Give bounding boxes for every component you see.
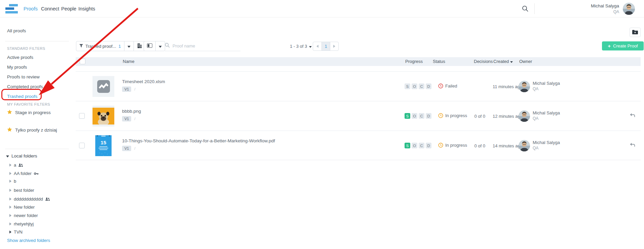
in-progress-clock-icon (438, 113, 443, 118)
proof-name[interactable]: 10-Things-You-Should-Automate-Today-for-… (122, 138, 275, 143)
chevron-down-icon (159, 44, 162, 49)
proof-thumbnail[interactable] (92, 76, 114, 97)
sidebar-item-tylko-proofy[interactable]: Tylko proofy z dzisiaj (7, 127, 57, 133)
next-page-button[interactable] (330, 42, 338, 50)
folder-item-a[interactable]: a (9, 163, 23, 168)
folder-item-tvn[interactable]: TVN (9, 229, 23, 235)
column-header-status[interactable]: Status (433, 59, 445, 64)
chevron-right-icon (9, 205, 11, 210)
column-header-created[interactable]: Created (493, 59, 513, 64)
progress-badge-s: S (405, 113, 410, 119)
add-folder-button[interactable] (630, 28, 641, 37)
folder-label: AA folder (14, 171, 32, 176)
folder-item-b[interactable]: b (9, 179, 16, 184)
filter-chip-group: Trashed proof... 1 (76, 41, 146, 51)
search-icon[interactable] (522, 5, 529, 13)
table-header: Name Progress Status Decisions Created O… (76, 57, 641, 66)
folder-item-newer-folder[interactable]: newer folder (9, 213, 38, 218)
thumbnail-flyer-number: 15 (101, 140, 106, 145)
folder-label: best folder (14, 188, 34, 193)
filter-chip-label: Trashed proof... (85, 44, 116, 49)
owner-role: QA (533, 86, 538, 91)
logo-bar (5, 7, 14, 10)
select-all-checkbox[interactable] (80, 59, 85, 64)
sidebar-item-completed-proofs[interactable]: Completed proofs (7, 84, 43, 89)
pagination-range-label: 1 - 3 of 3 (290, 44, 307, 49)
sidebar-item-my-proofs[interactable]: My proofs (7, 65, 27, 70)
row-checkbox[interactable] (79, 143, 85, 148)
nav-people[interactable]: People (61, 0, 76, 17)
folder-label: New folder (14, 205, 35, 210)
table-row[interactable]: bbbb.png V1 / S O C D In progress 0 of 0… (76, 101, 641, 131)
sidebar-item-proofs-to-review[interactable]: Proofs to review (7, 74, 40, 79)
owner-avatar (519, 81, 530, 92)
owner-name: Michal Salyga (533, 81, 560, 86)
created-cell: 12 minutes ago (493, 114, 523, 119)
create-proof-button[interactable]: + Create Proof (602, 41, 644, 50)
app-logo-icon[interactable] (5, 4, 18, 13)
folder-item-rhetyehjtyj[interactable]: rhetyehjtyj (9, 221, 34, 226)
owner-role: QA (533, 116, 538, 121)
restore-proof-icon[interactable] (630, 143, 636, 149)
proof-name[interactable]: Timesheet 2020.xlsm (122, 79, 165, 84)
column-header-name[interactable]: Name (123, 59, 135, 64)
row-checkbox[interactable] (79, 113, 85, 119)
progress-badge-o: O (412, 143, 417, 148)
filter-dropdown-button[interactable] (124, 41, 134, 51)
chevron-down-icon (309, 44, 312, 49)
nav-proofs[interactable]: Proofs (24, 0, 38, 17)
user-menu[interactable]: Michal Salyga QA (591, 3, 619, 14)
progress-badge-o: O (412, 113, 417, 119)
restore-proof-icon[interactable] (630, 113, 636, 119)
nav-connect[interactable]: Connect (41, 0, 59, 17)
nav-insights[interactable]: Insights (78, 0, 95, 17)
filter-chip[interactable]: Trashed proof... 1 (76, 41, 124, 51)
folder-item-aa-folder[interactable]: AA folder (9, 171, 39, 176)
show-archived-folders-link[interactable]: Show archived folders (7, 238, 50, 243)
folder-item-new-folder[interactable]: New folder (9, 205, 35, 210)
prev-page-button[interactable] (313, 42, 321, 50)
proof-thumbnail[interactable] (92, 106, 114, 127)
folder-label: newer folder (14, 213, 38, 218)
sidebar-item-trashed-proofs[interactable]: Trashed proofs (7, 94, 37, 99)
table-row[interactable]: 15 10-Things-You-Should-Automate-Today-f… (76, 131, 641, 160)
search-icon (165, 43, 170, 49)
owner-avatar (519, 110, 530, 122)
funnel-icon (79, 44, 83, 49)
sort-caret-icon (510, 59, 513, 64)
owner-name: Michal Salyga (533, 110, 560, 115)
proof-name[interactable]: bbbb.png (122, 109, 141, 114)
topbar: Proofs Connect People Insights Michal Sa… (0, 0, 644, 17)
avatar[interactable] (623, 3, 635, 15)
column-layout-button[interactable] (144, 41, 155, 51)
status-cell: Failed (438, 83, 457, 88)
search-input[interactable] (173, 43, 238, 48)
create-proof-label: Create Proof (613, 43, 638, 48)
folder-label: b (14, 179, 16, 184)
version-badge: V1 (122, 116, 131, 121)
column-header-owner[interactable]: Owner (519, 59, 532, 64)
local-folders-toggle[interactable]: Local folders (6, 153, 37, 158)
current-page-button[interactable]: 1 (321, 42, 330, 50)
user-role: QA (591, 9, 619, 14)
sidebar-item-active-proofs[interactable]: Active proofs (7, 55, 33, 60)
column-header-progress[interactable]: Progress (405, 59, 423, 64)
column-header-decisions[interactable]: Decisions (474, 59, 493, 64)
table-row[interactable]: Timesheet 2020.xlsm V1 / S O C D Failed … (76, 71, 641, 101)
owner-role: QA (533, 146, 538, 150)
sidebar-item-all-proofs[interactable]: All proofs (7, 28, 26, 33)
failed-clock-icon (438, 83, 443, 88)
proof-thumbnail[interactable]: 15 (92, 135, 114, 156)
logo-bar (5, 11, 18, 13)
folder-label: dddddddddddd (14, 197, 43, 202)
folder-item-dddddddddddd[interactable]: dddddddddddd (9, 197, 50, 202)
folder-path: / (134, 146, 135, 150)
column-layout-dropdown[interactable] (155, 41, 165, 51)
pager: 1 (313, 42, 339, 51)
pagination-range[interactable]: 1 - 3 of 3 (290, 44, 312, 49)
sidebar-item-stage-in-progress[interactable]: Stage in progress (7, 110, 51, 115)
sidebar-divider (5, 41, 69, 41)
progress-badge-d: D (426, 143, 431, 148)
folder-item-best-folder[interactable]: best folder (9, 188, 34, 193)
progress-badge-c: C (419, 113, 424, 119)
